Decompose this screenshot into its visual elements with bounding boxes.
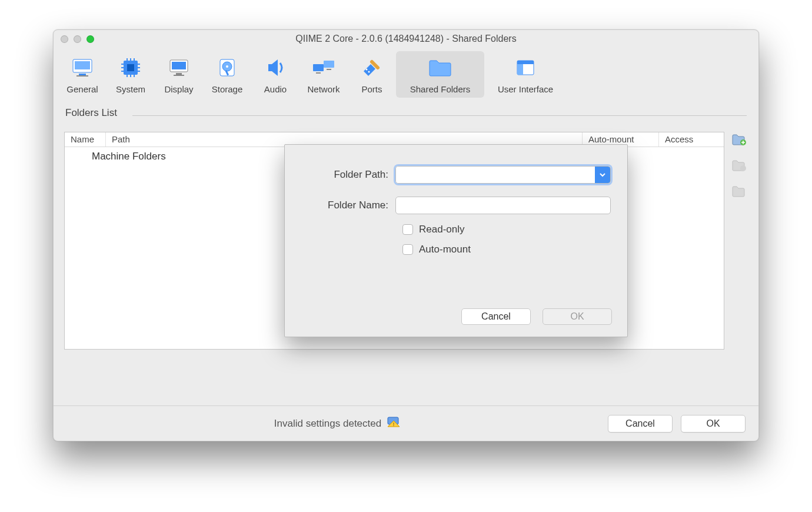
toolbar-audio-label: Audio (264, 84, 287, 94)
read-only-checkbox[interactable]: Read-only (402, 224, 611, 235)
ports-icon (358, 54, 386, 82)
svg-rect-21 (174, 75, 184, 76)
svg-rect-27 (324, 61, 334, 68)
window-ok-button[interactable]: OK (681, 415, 746, 433)
toolbar-network[interactable]: Network (299, 51, 348, 98)
folders-list-title: Folders List (65, 107, 748, 119)
folder-path-dropdown-button[interactable] (595, 167, 610, 183)
svg-rect-26 (313, 64, 324, 71)
toolbar-system[interactable]: System (107, 51, 155, 98)
folder-path-input[interactable] (396, 167, 595, 183)
svg-rect-5 (127, 64, 134, 71)
titlebar: QIIME 2 Core - 2.0.6 (1484941248) - Shar… (54, 30, 758, 48)
table-side-buttons (724, 132, 748, 198)
add-share-dialog: Folder Path: Folder Name: Read-only Auto… (284, 144, 628, 337)
folder-name-input[interactable] (395, 197, 611, 214)
checkbox-icon (402, 244, 413, 255)
svg-rect-3 (76, 75, 88, 77)
add-folder-button[interactable] (731, 133, 747, 146)
toolbar-general[interactable]: General (58, 51, 107, 98)
svg-rect-34 (517, 64, 523, 75)
toolbar-ports-label: Ports (361, 84, 382, 94)
monitor-icon (68, 54, 96, 82)
divider (132, 115, 747, 116)
bottom-bar: Invalid settings detected ! Cancel OK (54, 405, 758, 441)
auto-mount-checkbox[interactable]: Auto-mount (402, 244, 611, 255)
harddisk-icon (213, 54, 241, 82)
svg-rect-29 (327, 69, 331, 70)
status-text: Invalid settings detected (274, 418, 381, 430)
folder-icon (426, 54, 454, 82)
status: Invalid settings detected ! (66, 416, 608, 431)
settings-window: QIIME 2 Core - 2.0.6 (1484941248) - Shar… (53, 29, 759, 441)
dialog-cancel-button[interactable]: Cancel (461, 308, 531, 325)
network-icon (310, 54, 338, 82)
svg-rect-19 (172, 62, 186, 69)
edit-folder-button[interactable] (731, 159, 747, 172)
remove-folder-button[interactable] (731, 185, 747, 198)
folder-path-label: Folder Path: (301, 169, 395, 181)
toolbar-storage[interactable]: Storage (203, 51, 251, 98)
folder-path-combo[interactable] (395, 166, 611, 184)
toolbar-ports[interactable]: Ports (348, 51, 396, 98)
auto-mount-label: Auto-mount (419, 244, 471, 255)
window-cancel-button[interactable]: Cancel (608, 415, 673, 433)
toolbar-shared-folders-label: Shared Folders (410, 84, 471, 94)
toolbar-audio[interactable]: Audio (251, 51, 299, 98)
svg-rect-1 (75, 61, 90, 69)
svg-rect-33 (517, 61, 534, 64)
toolbar-user-interface[interactable]: User Interface (484, 51, 567, 98)
toolbar-shared-folders[interactable]: Shared Folders (396, 51, 484, 98)
col-name[interactable]: Name (65, 132, 106, 147)
ui-icon (511, 54, 540, 82)
checkbox-icon (402, 224, 413, 235)
toolbar-network-label: Network (307, 84, 340, 94)
chip-icon (117, 54, 145, 82)
svg-point-31 (368, 71, 370, 73)
dialog-ok-button[interactable]: OK (543, 308, 612, 325)
window-title: QIIME 2 Core - 2.0.6 (1484941248) - Shar… (54, 34, 758, 44)
toolbar-system-label: System (116, 84, 145, 94)
speaker-icon (261, 54, 289, 82)
svg-rect-2 (79, 74, 86, 75)
toolbar-user-interface-label: User Interface (498, 84, 553, 94)
toolbar-storage-label: Storage (212, 84, 243, 94)
svg-text:!: ! (393, 421, 395, 427)
svg-point-30 (366, 69, 368, 71)
read-only-label: Read-only (419, 224, 465, 235)
toolbar-general-label: General (66, 84, 98, 94)
svg-point-24 (226, 65, 228, 68)
svg-rect-20 (176, 73, 182, 75)
svg-rect-28 (316, 72, 321, 74)
col-access[interactable]: Access (659, 132, 724, 147)
svg-point-36 (740, 165, 746, 171)
toolbar-display[interactable]: Display (155, 51, 203, 98)
toolbar: General System Display Storage Audio (54, 48, 758, 101)
folder-name-label: Folder Name: (301, 200, 395, 211)
display-icon (165, 54, 193, 82)
warning-icon: ! (387, 416, 400, 431)
toolbar-display-label: Display (164, 84, 193, 94)
